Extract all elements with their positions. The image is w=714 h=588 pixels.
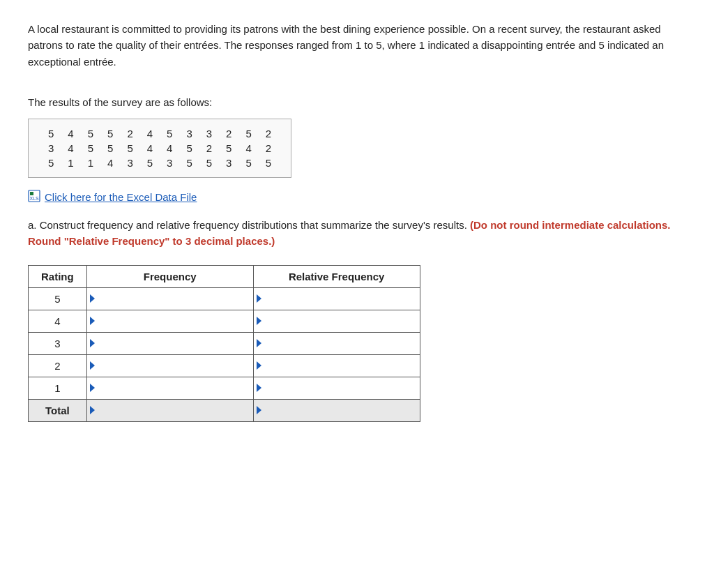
frequency-field-2[interactable]	[100, 360, 241, 372]
total-rel-freq-field[interactable]	[266, 405, 407, 416]
table-row-5: 5	[29, 287, 420, 310]
table-row-1: 1	[29, 377, 420, 399]
frequency-field-1[interactable]	[100, 382, 241, 394]
excel-link-text[interactable]: Click here for the Excel Data File	[45, 191, 197, 203]
table-row-2: 2	[29, 354, 420, 377]
rel-freq-field-1[interactable]	[266, 382, 407, 394]
excel-link[interactable]: XLS Click here for the Excel Data File	[28, 190, 686, 204]
frequency-field-3[interactable]	[100, 338, 241, 349]
header-frequency: Frequency	[86, 265, 253, 287]
svg-rect-1	[30, 192, 33, 195]
total-label: Total	[29, 399, 87, 421]
rel-freq-input-2[interactable]	[253, 354, 420, 377]
header-relative-frequency: Relative Frequency	[253, 265, 420, 287]
data-row-2: 3 4 5 5 5 4 4 5 2 5 4 2	[41, 141, 278, 156]
freq-table-header-row: Rating Frequency Relative Frequency	[29, 265, 420, 287]
rating-3: 3	[29, 332, 87, 354]
frequency-input-2[interactable]	[86, 354, 253, 377]
rel-freq-input-4[interactable]	[253, 310, 420, 332]
rating-1: 1	[29, 377, 87, 399]
frequency-input-3[interactable]	[86, 332, 253, 354]
rel-freq-input-5[interactable]	[253, 287, 420, 310]
rating-5: 5	[29, 287, 87, 310]
frequency-input-5[interactable]	[86, 287, 253, 310]
frequency-field-5[interactable]	[100, 293, 241, 305]
rel-freq-input-1[interactable]	[253, 377, 420, 399]
table-row-4: 4	[29, 310, 420, 332]
data-row-3: 5 1 1 4 3 5 3 5 5 3 5 5	[41, 156, 278, 170]
table-row-total: Total	[29, 399, 420, 421]
frequency-input-1[interactable]	[86, 377, 253, 399]
table-row-3: 3	[29, 332, 420, 354]
intro-paragraph1: A local restaurant is committed to provi…	[28, 21, 686, 70]
rel-freq-field-5[interactable]	[266, 293, 407, 305]
excel-icon: XLS	[28, 190, 40, 204]
rating-2: 2	[29, 354, 87, 377]
header-rating: Rating	[29, 265, 87, 287]
survey-data-table: 5 4 5 5 2 4 5 3 3 2 5 2 3 4 5 5 5 4 4	[28, 119, 291, 178]
total-frequency-input[interactable]	[86, 399, 253, 421]
total-rel-freq-input[interactable]	[253, 399, 420, 421]
rel-freq-field-2[interactable]	[266, 360, 407, 372]
question-a-prefix: a. Construct frequency and relative freq…	[28, 219, 470, 231]
svg-text:XLS: XLS	[30, 196, 40, 201]
question-a-text: a. Construct frequency and relative freq…	[28, 217, 686, 250]
rating-4: 4	[29, 310, 87, 332]
total-frequency-field[interactable]	[100, 405, 241, 416]
frequency-field-4[interactable]	[100, 315, 241, 327]
survey-label: The results of the survey are as follows…	[28, 94, 686, 110]
rel-freq-input-3[interactable]	[253, 332, 420, 354]
rel-freq-field-3[interactable]	[266, 338, 407, 349]
data-row-1: 5 4 5 5 2 4 5 3 3 2 5 2	[41, 126, 278, 141]
rel-freq-field-4[interactable]	[266, 315, 407, 327]
frequency-input-4[interactable]	[86, 310, 253, 332]
frequency-table: Rating Frequency Relative Frequency 5 4 …	[28, 265, 420, 422]
